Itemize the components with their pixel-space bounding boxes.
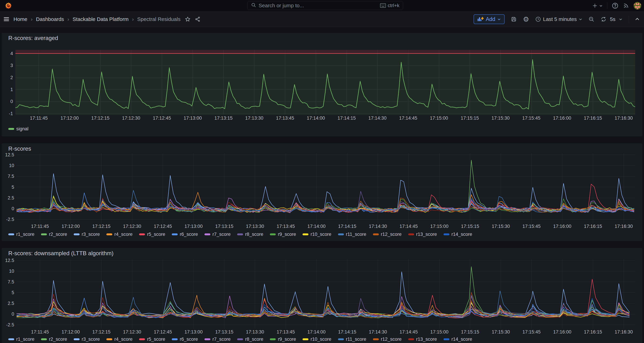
legend-label: r11_score	[346, 232, 366, 237]
legend-swatch	[74, 233, 80, 235]
legend-item-r3_score[interactable]: r3_score	[74, 232, 100, 237]
legend-item-r10_score[interactable]: r10_score	[302, 232, 331, 237]
legend-label: r12_score	[381, 232, 402, 237]
y-axis-tick-label: 2.5	[8, 195, 14, 200]
legend-swatch	[204, 233, 210, 235]
legend-label: r14_score	[452, 336, 472, 342]
legend-label: r13_score	[416, 232, 437, 237]
x-axis-tick-label: 17:15:45	[522, 116, 540, 121]
y-axis-tick-label: 0	[10, 99, 13, 104]
x-axis-tick-label: 17:16:15	[584, 224, 602, 229]
legend-item-r4_score[interactable]: r4_score	[106, 232, 132, 237]
x-axis-tick-label: 17:13:15	[214, 116, 232, 121]
legend-item-r1_score[interactable]: r1_score	[8, 336, 34, 342]
x-axis-tick-label: 17:16:15	[584, 116, 602, 121]
zoom-out-button[interactable]	[588, 16, 594, 22]
x-axis-tick-label: 17:14:00	[308, 329, 326, 334]
refresh-button[interactable]: 5s	[600, 16, 622, 22]
legend-item-r5_score[interactable]: r5_score	[139, 232, 165, 237]
legend-swatch	[270, 233, 276, 235]
legend-item-r4_score[interactable]: r4_score	[106, 336, 132, 342]
legend-item-r8_score[interactable]: r8_score	[237, 232, 263, 237]
dashboard-settings-button[interactable]: ⚙	[523, 16, 529, 23]
legend-label: r6_score	[180, 232, 198, 237]
legend-item-r13_score[interactable]: r13_score	[408, 232, 437, 237]
legend-item-r11_score[interactable]: r11_score	[338, 232, 366, 237]
x-axis-tick-label: 17:14:00	[307, 116, 325, 121]
legend-item-r9_score[interactable]: r9_score	[270, 232, 296, 237]
legend-item-r6_score[interactable]: r6_score	[172, 336, 198, 342]
legend-swatch	[106, 233, 112, 235]
legend-item-r6_score[interactable]: r6_score	[172, 232, 198, 237]
help-button[interactable]	[612, 3, 618, 9]
legend-item-r11_score[interactable]: r11_score	[338, 336, 366, 342]
legend-item-r10_score[interactable]: r10_score	[302, 336, 331, 342]
chart-r-scores[interactable]: 12.5107.552.50-2.517:11:4517:12:0017:12:…	[2, 144, 642, 241]
y-axis-tick-label: 7.5	[8, 174, 14, 179]
x-axis-tick-label: 17:16:30	[614, 224, 633, 229]
legend-item-r14_score[interactable]: r14_score	[444, 336, 472, 342]
x-axis-tick-label: 17:14:15	[338, 329, 356, 334]
x-axis-tick-label: 17:14:45	[400, 224, 418, 229]
x-axis-tick-label: 17:12:15	[92, 224, 110, 229]
x-axis-tick-label: 17:13:30	[245, 116, 263, 121]
legend-swatch	[444, 338, 450, 340]
legend-item-r14_score[interactable]: r14_score	[444, 232, 472, 237]
collapse-toolbar-button[interactable]	[635, 17, 640, 21]
add-panel-button[interactable]: Add	[474, 14, 504, 24]
y-axis-tick-label: 7.5	[8, 279, 14, 284]
x-axis-tick-label: 17:15:15	[461, 116, 479, 121]
legend: r1_scorer2_scorer3_scorer4_scorer5_score…	[8, 336, 472, 342]
legend-item-r2_score[interactable]: r2_score	[41, 336, 67, 342]
chart-r-scores-downsampled[interactable]: 12.5107.552.50-2.517:11:4517:12:0017:12:…	[2, 248, 642, 343]
breadcrumb-home[interactable]: Home	[14, 16, 27, 22]
legend-item-r7_score[interactable]: r7_score	[204, 336, 230, 342]
new-menu-button[interactable]	[592, 3, 603, 8]
x-axis-tick-label: 17:13:45	[276, 116, 294, 121]
series-r2_score	[16, 160, 634, 212]
x-axis-tick-label: 17:12:15	[91, 116, 110, 121]
legend-swatch	[408, 233, 414, 235]
time-range-picker[interactable]: Last 5 minutes	[535, 16, 582, 22]
breadcrumb-folder[interactable]: Stackable Data Platform	[73, 16, 128, 22]
legend-item-r3_score[interactable]: r3_score	[74, 336, 100, 342]
user-avatar[interactable]	[634, 2, 641, 10]
gear-icon: ⚙	[523, 16, 529, 23]
legend-item-r9_score[interactable]: r9_score	[270, 336, 296, 342]
x-axis-tick-label: 17:11:45	[31, 224, 49, 229]
share-icon	[195, 17, 200, 22]
x-axis-tick-label: 17:12:00	[62, 224, 80, 229]
legend-item-r12_score[interactable]: r12_score	[373, 336, 402, 342]
zoom-out-icon	[588, 16, 594, 22]
legend-item-r5_score[interactable]: r5_score	[139, 336, 165, 342]
y-axis-tick-label: 2.5	[8, 301, 14, 306]
save-icon	[511, 16, 517, 22]
save-dashboard-button[interactable]	[511, 16, 517, 22]
search-input[interactable]: Search or jump to... ctrl+k	[247, 1, 403, 10]
legend-label: r13_score	[416, 336, 437, 342]
legend-item-r7_score[interactable]: r7_score	[204, 232, 230, 237]
legend-swatch	[237, 338, 243, 340]
mega-menu-button[interactable]	[4, 17, 9, 21]
legend-swatch	[338, 338, 344, 340]
legend-item-signal[interactable]: signal	[8, 126, 28, 132]
legend-item-r1_score[interactable]: r1_score	[8, 232, 34, 237]
x-axis-tick-label: 17:15:00	[430, 116, 448, 121]
share-button[interactable]	[195, 17, 200, 22]
legend-label: r9_score	[278, 232, 296, 237]
legend-item-r12_score[interactable]: r12_score	[373, 232, 402, 237]
x-axis-tick-label: 17:15:30	[492, 224, 510, 229]
x-axis-tick-label: 17:11:45	[31, 329, 49, 334]
breadcrumb-dashboards[interactable]: Dashboards	[36, 16, 64, 22]
chevron-right-icon: ›	[31, 16, 32, 22]
legend-item-r8_score[interactable]: r8_score	[237, 336, 263, 342]
grafana-logo-icon[interactable]	[5, 2, 12, 9]
news-button[interactable]	[623, 3, 629, 9]
legend-item-r13_score[interactable]: r13_score	[408, 336, 437, 342]
favorite-star-button[interactable]	[185, 17, 190, 22]
legend-item-r2_score[interactable]: r2_score	[41, 232, 67, 237]
legend-label: r3_score	[82, 232, 100, 237]
x-axis-tick-label: 17:15:00	[430, 329, 448, 334]
x-axis-tick-label: 17:13:00	[184, 329, 203, 334]
chart-r-scores-averaged[interactable]: 43210-117:11:4517:12:0017:12:1517:12:301…	[2, 33, 642, 136]
